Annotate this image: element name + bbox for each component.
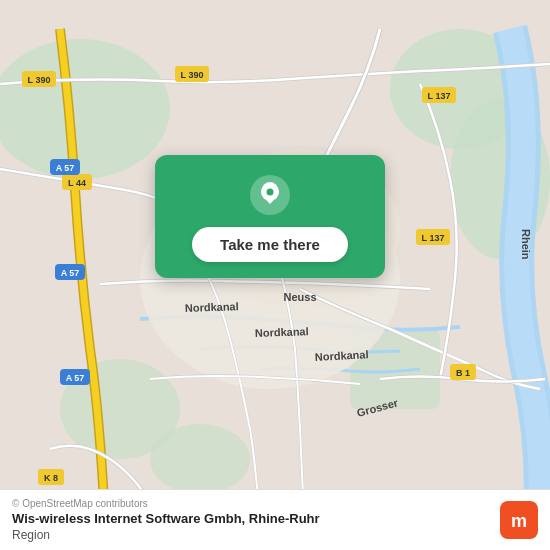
svg-point-6 [150,424,250,494]
svg-text:B 1: B 1 [456,368,470,378]
svg-point-38 [267,189,274,196]
svg-text:Nordkanal: Nordkanal [255,325,309,339]
map-container: L 390 L 390 L 44 A 57 A 57 A 57 L 137 L … [0,0,550,550]
svg-text:Neuss: Neuss [283,291,316,303]
svg-text:A 57: A 57 [66,373,85,383]
location-title: Wis-wireless Internet Software Gmbh, Rhi… [12,511,500,526]
bottom-info: © OpenStreetMap contributors Wis-wireles… [12,498,500,542]
svg-text:A 57: A 57 [61,268,80,278]
take-me-there-button[interactable]: Take me there [192,227,348,262]
location-card: Take me there [155,155,385,278]
svg-text:L 137: L 137 [428,91,451,101]
moovit-icon: m [500,501,538,539]
svg-text:Rhein: Rhein [520,229,532,260]
location-subtitle: Region [12,528,500,542]
svg-text:Nordkanal: Nordkanal [185,300,239,314]
svg-text:m: m [511,511,527,531]
osm-attribution: © OpenStreetMap contributors [12,498,500,509]
svg-text:L 390: L 390 [181,70,204,80]
svg-text:L 137: L 137 [422,233,445,243]
svg-text:K 8: K 8 [44,473,58,483]
bottom-bar: © OpenStreetMap contributors Wis-wireles… [0,489,550,550]
svg-text:L 44: L 44 [68,178,86,188]
svg-text:L 390: L 390 [28,75,51,85]
svg-text:A 57: A 57 [56,163,75,173]
location-pin-icon [248,173,292,217]
moovit-logo: m [500,501,538,539]
